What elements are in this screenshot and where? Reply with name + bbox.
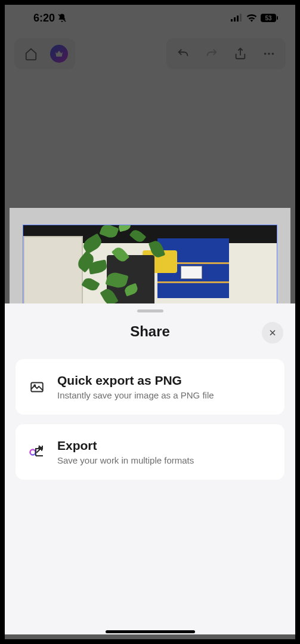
quick-export-png-option[interactable]: Quick export as PNG Instantly save your … — [16, 359, 284, 415]
close-icon — [268, 328, 277, 338]
option-description: Save your work in multiple formats — [57, 455, 271, 465]
sheet-grabber[interactable] — [137, 309, 163, 312]
option-title: Quick export as PNG — [57, 373, 271, 388]
option-description: Instantly save your image as a PNG file — [57, 390, 271, 400]
svg-point-13 — [30, 449, 36, 455]
export-icon — [29, 444, 45, 461]
option-title: Export — [57, 438, 271, 453]
image-icon — [29, 379, 45, 395]
export-option[interactable]: Export Save your work in multiple format… — [16, 424, 284, 480]
share-sheet: Share Quick export as PNG — [5, 303, 295, 634]
close-button[interactable] — [262, 322, 283, 344]
svg-point-12 — [34, 385, 35, 386]
home-indicator[interactable] — [106, 630, 195, 633]
sheet-title: Share — [16, 323, 284, 340]
